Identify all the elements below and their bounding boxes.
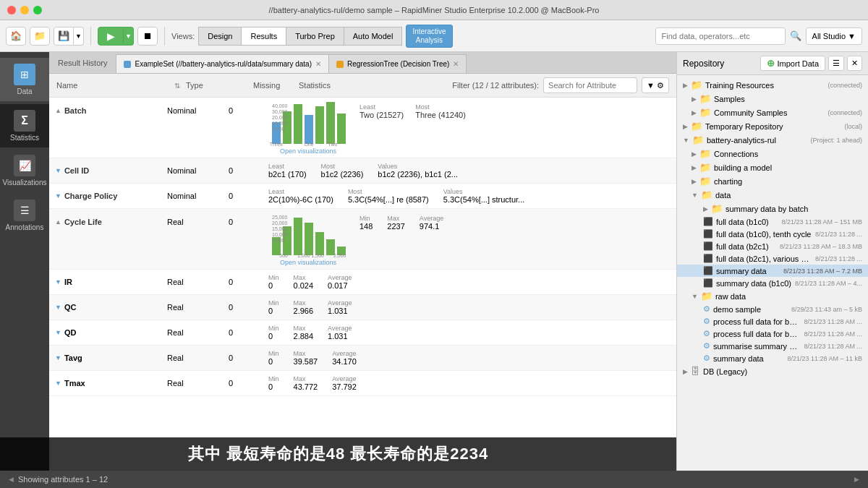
attribute-search[interactable] <box>543 77 637 93</box>
tab-icon-data <box>124 61 131 68</box>
tree-item-process-b2c1[interactable]: ⚙ process full data for b2c1 8/21/23 11:… <box>677 328 868 340</box>
tree-item-charting[interactable]: ▶ 📁 charting <box>677 174 868 188</box>
tree-item-data[interactable]: ▼ 📁 data <box>677 188 868 202</box>
qd-chevron[interactable]: ▼ <box>55 329 61 336</box>
sidebar-item-visualizations[interactable]: 📈 Visualizations <box>0 149 49 192</box>
regression-tab-close[interactable]: ✕ <box>453 60 459 68</box>
global-search[interactable] <box>655 27 786 45</box>
tree-item-community[interactable]: ▶ 📁 Community Samples (connected) <box>677 106 868 119</box>
close-button[interactable] <box>7 6 16 14</box>
tree-item-raw-data[interactable]: ▼ 📁 raw data <box>677 289 868 303</box>
tab-icon-regression <box>336 61 344 68</box>
stop-button[interactable]: ⏹ <box>137 27 158 46</box>
col-type-header: Type <box>186 81 247 90</box>
tree-item-process-b1c0[interactable]: ⚙ process full data for b1c0 8/21/23 11:… <box>677 315 868 328</box>
batch-chevron[interactable]: ▲ <box>55 107 61 114</box>
filter-button[interactable]: ▼ ⚙ <box>642 77 669 93</box>
subtitle-text: 其中 最短寿命的是48 最长寿命的是2234 <box>188 445 489 463</box>
tree-item-temp[interactable]: ▶ 📁 Temporary Repository (local) <box>677 119 868 133</box>
all-studio-dropdown[interactable]: All Studio ▼ <box>806 27 862 45</box>
status-bar: ◀ Showing attributes 1 – 12 ▶ <box>0 471 868 488</box>
save-button[interactable]: 💾 <box>54 27 74 46</box>
tree-item-summarise[interactable]: ⚙ summarise summary data 8/21/23 11:28 A… <box>677 340 868 352</box>
example-set-tab[interactable]: ExampleSet (//battery-analytics-rul/data… <box>116 54 329 73</box>
svg-rect-6 <box>337 114 346 144</box>
design-tab[interactable]: Design <box>198 27 242 46</box>
import-icon: ⊕ <box>767 58 775 69</box>
chargepolicy-chevron[interactable]: ▼ <box>55 192 61 200</box>
tree-item-building[interactable]: ▶ 📁 building a model <box>677 160 868 174</box>
cellid-chevron[interactable]: ▼ <box>55 167 61 174</box>
filter-label: Filter (12 / 12 attributes): <box>452 81 539 90</box>
results-tab[interactable]: Results <box>242 27 286 46</box>
left-sidebar: ⊞ Data Σ Statistics 📈 Visualizations ☰ A… <box>0 52 49 471</box>
tree-item-full-b2c1[interactable]: ⬛ full data (b2c1) 8/21/23 11:28 AM – 18… <box>677 240 868 252</box>
batch-missing: 0 <box>229 106 233 115</box>
table-row: ▼IR Real 0 Min0 Max0.024 Average0.017 <box>49 270 676 295</box>
tree-item-project[interactable]: ▼ 📁 battery-analytics-rul (Project: 1 ah… <box>677 133 868 147</box>
repo-header: Repository ⊕ Import Data ☰ ✕ <box>677 52 868 75</box>
svg-rect-19 <box>315 232 324 255</box>
tree-item-full-b1c0[interactable]: ⬛ full data (b1c0) 8/21/23 11:28 AM – 15… <box>677 215 868 228</box>
open-button[interactable]: 📁 <box>30 27 50 46</box>
run-button[interactable]: ▶ <box>98 27 124 46</box>
table-row: ▼ Charge Policy Nominal 0 Least2C(10%)-6… <box>49 184 676 209</box>
example-set-tab-label: ExampleSet (//battery-analytics-rul/data… <box>135 60 312 68</box>
table-row: ▼QC Real 0 Min0 Max2.966 Average1.031 <box>49 295 676 320</box>
table-scroll-area[interactable]: ▲ Batch Nominal 0 <box>49 98 676 471</box>
svg-text:20,000: 20,000 <box>272 221 288 226</box>
cyclelife-open-viz[interactable]: Open visualizations <box>280 259 336 266</box>
auto-model-tab[interactable]: Auto Model <box>344 27 403 46</box>
sidebar-item-annotations-label: Annotations <box>6 223 44 231</box>
table-row: ▼QD Real 0 Min0 Max2.884 Average1.031 <box>49 320 676 346</box>
svg-text:10,000: 10,000 <box>272 232 288 237</box>
interactive-analysis-tab[interactable]: InteractiveAnalysis <box>406 25 452 48</box>
import-data-button[interactable]: ⊕ Import Data <box>760 56 825 71</box>
tmax-chevron[interactable]: ▼ <box>55 380 61 387</box>
svg-text:5,000: 5,000 <box>272 238 285 243</box>
tree-item-summary-b1c0[interactable]: ⬛ summary data (b1c0) 8/21/23 11:28 AM –… <box>677 277 868 289</box>
sidebar-item-statistics-label: Statistics <box>10 134 39 142</box>
svg-rect-18 <box>305 223 313 255</box>
titlebar-buttons <box>7 6 42 14</box>
col-sort-icon[interactable]: ⇅ <box>174 82 180 90</box>
tree-item-training[interactable]: ▶ 📁 Training Resources (connected) <box>677 78 868 92</box>
svg-text:15,000: 15,000 <box>272 226 288 231</box>
save-dropdown[interactable]: ▼ <box>74 27 84 46</box>
example-set-tab-close[interactable]: ✕ <box>315 60 321 68</box>
sidebar-item-annotations[interactable]: ☰ Annotations <box>0 194 49 237</box>
tree-item-summary-process[interactable]: ⚙ summary data 8/21/23 11:28 AM – 11 kB <box>677 352 868 364</box>
repo-menu-button[interactable]: ☰ <box>828 56 844 71</box>
table-header: Name ⇅ Type Missing Statistics Filter (1… <box>49 74 676 98</box>
toolbar: 🏠 📁 💾 ▼ ▶ ▼ ⏹ Views: Design Results Turb… <box>0 20 868 52</box>
sidebar-item-data[interactable]: ⊞ Data <box>0 58 49 101</box>
tavg-chevron[interactable]: ▼ <box>55 354 61 361</box>
repo-tree[interactable]: ▶ 📁 Training Resources (connected) ▶ 📁 S… <box>677 75 868 471</box>
maximize-button[interactable] <box>33 6 42 14</box>
tree-item-samples[interactable]: ▶ 📁 Samples <box>677 92 868 106</box>
run-dropdown[interactable]: ▼ <box>124 27 134 46</box>
repo-close-button[interactable]: ✕ <box>847 56 862 71</box>
tree-item-summary-data[interactable]: ⬛ summary data 8/21/23 11:28 AM – 7.2 MB <box>677 265 868 277</box>
tree-item-full-b2c1-various[interactable]: ⬛ full data (b2c1), various cycles 8/21/… <box>677 252 868 265</box>
batch-open-viz[interactable]: Open visualizations <box>280 147 336 155</box>
tree-item-summary-batch[interactable]: ▶ 📁 summary data by batch <box>677 202 868 215</box>
minimize-button[interactable] <box>20 6 29 14</box>
svg-text:Three: Three <box>270 142 283 147</box>
qc-chevron[interactable]: ▼ <box>55 304 61 311</box>
ir-chevron[interactable]: ▼ <box>55 278 61 286</box>
tree-item-demo-sample[interactable]: ⚙ demo sample 8/29/23 11:43 am – 5 kB <box>677 303 868 315</box>
svg-text:2,500: 2,500 <box>333 253 346 258</box>
regression-tab[interactable]: RegressionTree (Decision Tree) ✕ <box>329 54 467 73</box>
tree-item-connections[interactable]: ▶ 📁 Connections <box>677 147 868 160</box>
window-title: //battery-analytics-rul/demo sample – Ra… <box>269 6 600 14</box>
views-label: Views: <box>171 32 195 40</box>
turbo-prep-tab[interactable]: Turbo Prep <box>286 27 344 46</box>
tree-item-db[interactable]: ▶ 🗄 DB (Legacy) <box>677 364 868 378</box>
tree-item-full-b1c0-tenth[interactable]: ⬛ full data (b1c0), tenth cycle 8/21/23 … <box>677 228 868 240</box>
cyclelife-chevron[interactable]: ▲ <box>55 218 61 226</box>
sidebar-item-statistics[interactable]: Σ Statistics <box>0 104 49 147</box>
cyclelife-name: Cycle Life <box>64 218 102 226</box>
table-row: ▼ Cell ID Nominal 0 Leastb2c1 (170) Most… <box>49 158 676 184</box>
home-button[interactable]: 🏠 <box>6 27 26 46</box>
